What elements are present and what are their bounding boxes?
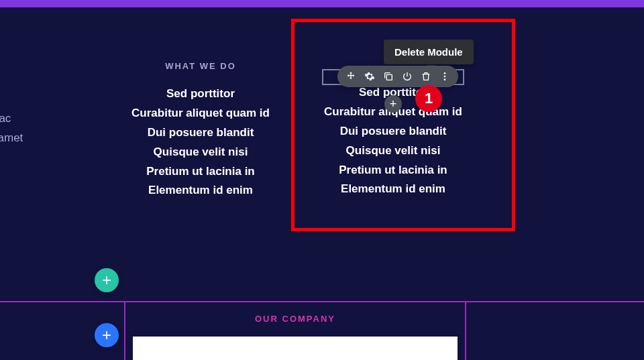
svg-point-2	[444, 76, 446, 78]
list-item: Sed porttitor	[123, 84, 278, 104]
section-heading-our-company: OUR COMPANY	[124, 314, 466, 324]
add-module-button[interactable]: +	[384, 95, 402, 113]
list-item: Elementum id enim	[315, 180, 471, 199]
module-toolbar	[337, 66, 458, 87]
list-item: Pretium ut lacinia in	[315, 161, 471, 180]
plus-icon: +	[390, 97, 397, 111]
list-item: Pretium ut lacinia in	[123, 162, 278, 182]
tooltip-delete-module: Delete Module	[384, 40, 474, 64]
list-item: Curabitur aliquet quam id	[123, 104, 278, 123]
svg-point-1	[444, 72, 446, 74]
intro-text-line: vallis quis ac	[0, 109, 101, 129]
intro-text-line: s.	[0, 148, 101, 168]
list-item: Elementum id enim	[123, 181, 278, 200]
column-heading: WHAT WE DO	[123, 61, 278, 71]
gear-icon[interactable]	[363, 70, 376, 83]
trash-icon[interactable]	[419, 70, 433, 83]
list-item: Quisque velit nisi	[123, 143, 278, 162]
list-item: Dui posuere blandit	[315, 122, 471, 141]
duplicate-icon[interactable]	[382, 70, 395, 83]
list-item: Dui posuere blandit	[123, 123, 278, 143]
plus-icon: +	[102, 271, 111, 290]
move-icon[interactable]	[344, 70, 358, 83]
svg-rect-0	[386, 74, 392, 80]
top-accent-bar	[0, 0, 644, 7]
intro-column: ct vallis quis ac n nulla sit amet s.	[0, 61, 101, 168]
add-section-button[interactable]: +	[95, 268, 119, 292]
list-item: Quisque velit nisi	[315, 141, 471, 161]
intro-text-line: n nulla sit amet	[0, 129, 101, 148]
dots-icon[interactable]	[438, 70, 451, 83]
power-icon[interactable]	[400, 70, 414, 83]
content-area-white	[133, 337, 458, 360]
svg-point-3	[444, 78, 446, 80]
page-title-fragment: ct	[0, 57, 101, 89]
page-content: ct vallis quis ac n nulla sit amet s. WH…	[0, 7, 644, 360]
what-we-do-column: WHAT WE DO Sed porttitor Curabitur aliqu…	[123, 61, 278, 200]
